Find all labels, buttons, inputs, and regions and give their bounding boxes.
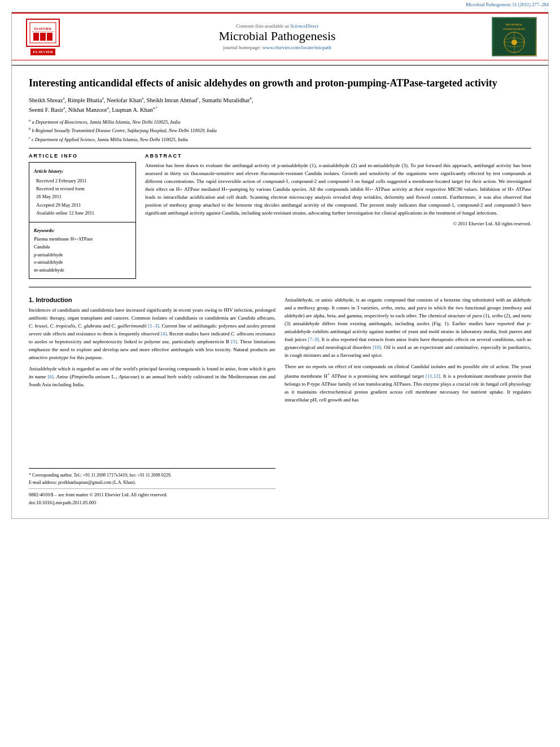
footnote-section: * Corresponding author. Tel.: +91 11 269… bbox=[29, 468, 275, 507]
doi-line: 0882-4010/$ – see front matter © 2011 El… bbox=[29, 488, 275, 506]
keyword-3: p-anisaldehyde bbox=[34, 252, 63, 257]
email-footnote: E-mail address: profkhanluqman@gmail.com… bbox=[29, 479, 275, 487]
affiliations: a a Department of Biosciences, Jamia Mil… bbox=[29, 117, 531, 143]
intro-section-title: 1. Introduction bbox=[29, 296, 275, 303]
article-info-column: ARTICLE INFO Article history: Received 2… bbox=[29, 153, 136, 279]
keyword-2: Candida bbox=[34, 244, 50, 250]
svg-rect-3 bbox=[33, 33, 39, 41]
journal-name: Microbial Pathogenesis bbox=[63, 29, 492, 43]
elsevier-text: ELSEVIER bbox=[30, 49, 55, 55]
keyword-5: m-anisaldehyde bbox=[34, 267, 64, 273]
svg-rect-5 bbox=[47, 33, 53, 41]
article-info-heading: ARTICLE INFO bbox=[29, 153, 136, 159]
svg-text:ELSEVIER: ELSEVIER bbox=[34, 27, 52, 30]
svg-text:MICROBIAL: MICROBIAL bbox=[505, 23, 523, 26]
journal-logo-right: MICROBIAL PATHOGENESIS bbox=[492, 17, 537, 56]
main-left-col: 1. Introduction Incidences of candidiasi… bbox=[29, 296, 275, 506]
article-info-box: Article history: Received 2 February 201… bbox=[29, 162, 136, 222]
svg-rect-4 bbox=[40, 33, 46, 41]
elsevier-logo: ELSEVIER ELSEVIER bbox=[23, 19, 63, 55]
keyword-4: o-anisaldehyde bbox=[34, 259, 63, 265]
corresponding-footnote: * Corresponding author. Tel.: +91 11 269… bbox=[29, 472, 275, 479]
keyword-1: Plasma membrane H+-ATPase bbox=[34, 236, 93, 242]
issue-line: Microbial Pathogenesis 51 (2011) 277–284 bbox=[0, 0, 560, 7]
abstract-text: Attention has been drawn to evaluate the… bbox=[145, 162, 531, 217]
paper-title: Interesting anticandidal effects of anis… bbox=[29, 77, 531, 90]
svg-text:PATHOGENESIS: PATHOGENESIS bbox=[503, 28, 525, 30]
journal-header-center: Contents lists available at ScienceDirec… bbox=[63, 23, 492, 50]
authors: Sheikh Shreaza, Rimple Bhatiaa, Neelofar… bbox=[29, 95, 531, 114]
abstract-heading: ABSTRACT bbox=[145, 153, 531, 159]
copyright: © 2011 Elsevier Ltd. All rights reserved… bbox=[145, 221, 531, 226]
main-right-col: Anisaldehyde, or anisic aldehyde, is an … bbox=[285, 296, 531, 506]
keywords-box: Keywords: Plasma membrane H+-ATPase Cand… bbox=[29, 222, 136, 279]
right-body-text: Anisaldehyde, or anisic aldehyde, is an … bbox=[285, 296, 531, 404]
intro-body: Incidences of candidiasis and candidemia… bbox=[29, 307, 275, 388]
main-content: 1. Introduction Incidences of candidiasi… bbox=[29, 296, 531, 506]
abstract-column: ABSTRACT Attention has been drawn to eva… bbox=[145, 153, 531, 279]
